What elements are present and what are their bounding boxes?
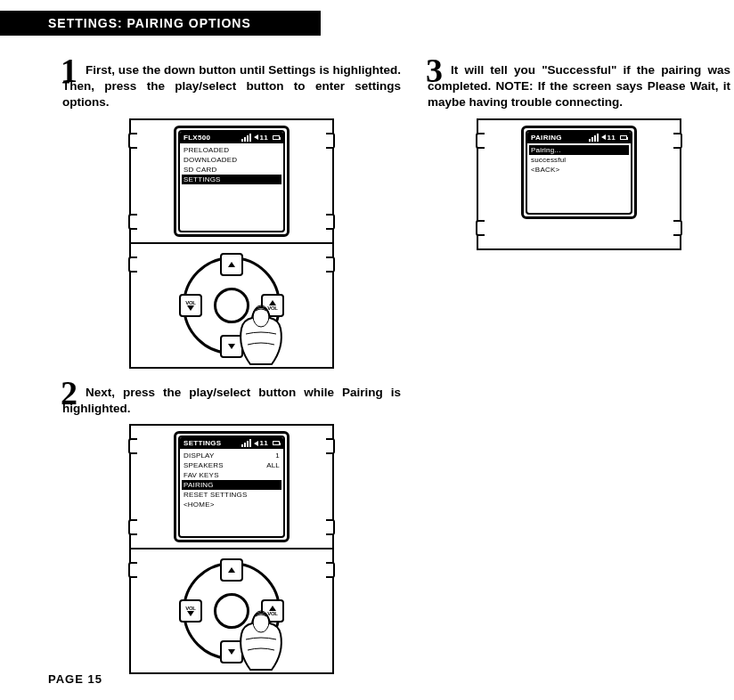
signal-icon	[241, 134, 251, 142]
device-edge-icon	[128, 519, 137, 535]
signal-icon	[589, 134, 599, 142]
device-mock-3: PAIRING 11 Pairing... successful <BACK>	[477, 118, 681, 250]
triangle-up-icon	[228, 567, 235, 573]
device-edge-icon	[326, 438, 335, 454]
battery-icon	[273, 135, 280, 140]
step-1-number: 1	[61, 53, 77, 87]
menu-item-highlighted: Pairing...	[529, 145, 629, 155]
triangle-up-icon	[228, 262, 235, 267]
step-3: 3 It will tell you "Successful" if the p…	[428, 62, 730, 111]
menu-item: SPEAKERSALL	[184, 460, 280, 470]
lcd-title: SETTINGS	[184, 439, 221, 447]
lcd-screen-3: PAIRING 11 Pairing... successful <BACK>	[526, 130, 632, 215]
lcd-menu-1: PRELOADED DOWNLOADED SD CARD SETTINGS	[180, 143, 283, 186]
dpad-down-button	[220, 640, 243, 663]
left-column: 1 First, use the down button until Setti…	[62, 62, 401, 690]
lcd-menu-3: Pairing... successful <BACK>	[527, 143, 631, 176]
menu-item-highlighted: PAIRING	[182, 480, 281, 490]
step-1: 1 First, use the down button until Setti…	[62, 62, 401, 111]
speaker-icon	[254, 441, 258, 446]
volume-indicator: 11	[254, 134, 269, 142]
signal-icon	[241, 439, 251, 447]
menu-item: DISPLAY1	[184, 451, 280, 460]
lcd-title: FLX500	[184, 134, 210, 142]
menu-item: SD CARD	[184, 165, 280, 175]
device-edge-icon	[326, 519, 335, 535]
page-root: SETTINGS: PAIRING OPTIONS 1 First, use t…	[0, 0, 734, 700]
lcd-status-bar: SETTINGS 11	[180, 437, 283, 449]
step-2: 2 Next, press the play/select button whi…	[62, 385, 401, 417]
speaker-icon	[254, 134, 258, 140]
device-screen-panel-1: FLX500 11 PRELOADED DOWNLOADED SD CARD	[129, 118, 334, 244]
dpad-up-button	[220, 253, 243, 276]
menu-item: PRELOADED	[184, 145, 280, 155]
device-edge-icon	[673, 133, 682, 149]
dpad-right-vol-button: VOL	[261, 599, 284, 623]
device-screen-panel-2: SETTINGS 11 DISPLAY1 SPEAKERSALL FAV KEY…	[129, 424, 334, 549]
dpad-left-vol-button: VOL	[179, 599, 202, 623]
step-1-text: First, use the down button until Setting…	[62, 62, 401, 111]
lcd-menu-2: DISPLAY1 SPEAKERSALL FAV KEYS PAIRING RE…	[180, 449, 283, 511]
lcd-screen-2: SETTINGS 11 DISPLAY1 SPEAKERSALL FAV KEY…	[178, 435, 285, 538]
lcd-title: PAIRING	[531, 134, 562, 142]
menu-item: <HOME>	[184, 500, 280, 509]
menu-item-highlighted: SETTINGS	[182, 175, 281, 184]
dpad-select-button	[214, 593, 249, 629]
device-dpad-panel-1: VOL VOL	[129, 242, 334, 369]
page-number: PAGE 15	[48, 672, 102, 686]
menu-item: <BACK>	[531, 165, 627, 175]
device-mock-2: SETTINGS 11 DISPLAY1 SPEAKERSALL FAV KEY…	[129, 424, 334, 674]
lcd-status-bar: PAIRING 11	[527, 132, 631, 143]
page-title-bar: SETTINGS: PAIRING OPTIONS	[0, 11, 321, 36]
triangle-down-icon	[228, 649, 235, 655]
step-2-text: Next, press the play/select button while…	[62, 385, 401, 417]
lcd-bezel: PAIRING 11 Pairing... successful <BACK>	[521, 126, 637, 219]
device-mock-1: FLX500 11 PRELOADED DOWNLOADED SD CARD	[129, 118, 334, 369]
menu-item: FAV KEYS	[184, 470, 280, 480]
page-title: SETTINGS: PAIRING OPTIONS	[48, 16, 251, 30]
volume-indicator: 11	[601, 134, 616, 142]
menu-item: successful	[531, 155, 627, 165]
dpad-left-vol-button: VOL	[179, 294, 202, 317]
device-edge-icon	[326, 562, 335, 578]
menu-item: RESET SETTINGS	[184, 490, 280, 500]
lcd-bezel: FLX500 11 PRELOADED DOWNLOADED SD CARD	[174, 126, 290, 237]
device-edge-icon	[128, 214, 137, 230]
device-dpad-panel-2: VOL VOL	[129, 548, 334, 674]
dpad: VOL VOL	[183, 562, 281, 660]
lcd-status-bar: FLX500 11	[180, 132, 283, 143]
lcd-screen-1: FLX500 11 PRELOADED DOWNLOADED SD CARD	[178, 130, 285, 232]
device-edge-icon	[128, 438, 137, 454]
step-2-number: 2	[61, 376, 77, 410]
device-screen-panel-3: PAIRING 11 Pairing... successful <BACK>	[477, 118, 681, 250]
device-edge-icon	[326, 256, 335, 273]
dpad-area: VOL VOL	[136, 249, 327, 362]
step-3-number: 3	[426, 53, 443, 87]
menu-item: DOWNLOADED	[184, 155, 280, 165]
volume-indicator: 11	[254, 439, 269, 447]
dpad: VOL VOL	[183, 256, 281, 354]
dpad-select-button	[214, 288, 249, 323]
dpad-up-button	[220, 558, 243, 582]
step-3-text: It will tell you "Successful" if the pai…	[428, 62, 730, 111]
dpad-down-button	[220, 335, 243, 358]
device-edge-icon	[128, 133, 137, 149]
triangle-down-icon	[187, 305, 194, 311]
right-column: 3 It will tell you "Successful" if the p…	[428, 62, 730, 266]
device-edge-icon	[326, 133, 335, 149]
device-edge-icon	[476, 220, 485, 236]
battery-icon	[620, 135, 627, 140]
device-edge-icon	[673, 220, 682, 236]
dpad-area: VOL VOL	[136, 555, 327, 667]
device-edge-icon	[326, 214, 335, 230]
triangle-down-icon	[228, 344, 235, 349]
speaker-icon	[601, 134, 606, 140]
battery-icon	[273, 441, 280, 445]
lcd-bezel: SETTINGS 11 DISPLAY1 SPEAKERSALL FAV KEY…	[174, 431, 290, 542]
dpad-right-vol-button: VOL	[261, 294, 284, 317]
device-edge-icon	[476, 133, 485, 149]
triangle-down-icon	[187, 611, 194, 616]
